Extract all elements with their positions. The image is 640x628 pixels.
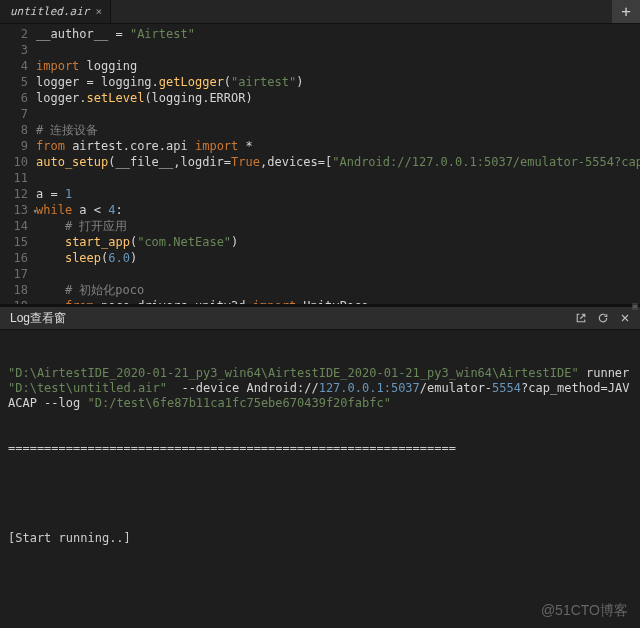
code-line[interactable]: 16 sleep(6.0)	[0, 250, 640, 266]
code-line[interactable]: 8# 连接设备	[0, 122, 640, 138]
code-line[interactable]: 2__author__ = "Airtest"	[0, 26, 640, 42]
line-number: 9	[0, 138, 36, 154]
code-editor[interactable]: 2__author__ = "Airtest"34import logging5…	[0, 24, 640, 304]
code-line[interactable]: 15 start_app("com.NetEase")	[0, 234, 640, 250]
fold-icon[interactable]: ▾	[33, 203, 38, 219]
code-line[interactable]: 14 # 打开应用	[0, 218, 640, 234]
code-line[interactable]: 19 from poco.drivers.unity3d import Unit…	[0, 298, 640, 304]
close-icon[interactable]: ×	[95, 5, 102, 18]
line-number: 17	[0, 266, 36, 282]
scroll-indicator-icon: ▣	[632, 300, 638, 311]
log-output[interactable]: "D:\AirtestIDE_2020-01-21_py3_win64\Airt…	[0, 330, 640, 567]
external-link-icon[interactable]	[572, 309, 590, 327]
file-tab[interactable]: untitled.air ×	[0, 0, 111, 23]
line-number: 18	[0, 282, 36, 298]
line-number: 4	[0, 58, 36, 74]
log-panel-title: Log查看窗	[10, 310, 66, 327]
line-number: 5	[0, 74, 36, 90]
line-number: 3	[0, 42, 36, 58]
line-number: 2	[0, 26, 36, 42]
refresh-icon[interactable]	[594, 309, 612, 327]
code-line[interactable]: 18 # 初始化poco	[0, 282, 640, 298]
log-panel-header: Log查看窗	[0, 306, 640, 330]
log-start-running: [Start running..]	[8, 531, 632, 546]
code-line[interactable]: 4import logging	[0, 58, 640, 74]
line-number: 10	[0, 154, 36, 170]
code-line[interactable]: 3	[0, 42, 640, 58]
new-tab-button[interactable]: +	[612, 0, 640, 23]
line-number: 15	[0, 234, 36, 250]
line-number: 7	[0, 106, 36, 122]
code-line[interactable]: 12a = 1	[0, 186, 640, 202]
line-number: 19	[0, 298, 36, 304]
tab-bar: untitled.air × +	[0, 0, 640, 24]
code-line[interactable]: 17	[0, 266, 640, 282]
code-line[interactable]: 9from airtest.core.api import *	[0, 138, 640, 154]
code-line[interactable]: 7	[0, 106, 640, 122]
code-line[interactable]: 11	[0, 170, 640, 186]
line-number: 12	[0, 186, 36, 202]
tab-filename: untitled.air	[10, 5, 89, 18]
line-number: 16	[0, 250, 36, 266]
close-panel-icon[interactable]	[616, 309, 634, 327]
log-command-line: "D:\AirtestIDE_2020-01-21_py3_win64\Airt…	[8, 366, 632, 411]
code-line[interactable]: 10auto_setup(__file__,logdir=True,device…	[0, 154, 640, 170]
watermark: @51CTO博客	[541, 602, 628, 620]
log-rule: ========================================…	[8, 441, 632, 456]
code-line[interactable]: 5logger = logging.getLogger("airtest")	[0, 74, 640, 90]
line-number: 8	[0, 122, 36, 138]
line-number: 14	[0, 218, 36, 234]
code-line[interactable]: 6logger.setLevel(logging.ERROR)	[0, 90, 640, 106]
code-line[interactable]: 13▾while a < 4:	[0, 202, 640, 218]
line-number: 11	[0, 170, 36, 186]
line-number: 6	[0, 90, 36, 106]
line-number: 13▾	[0, 202, 36, 218]
